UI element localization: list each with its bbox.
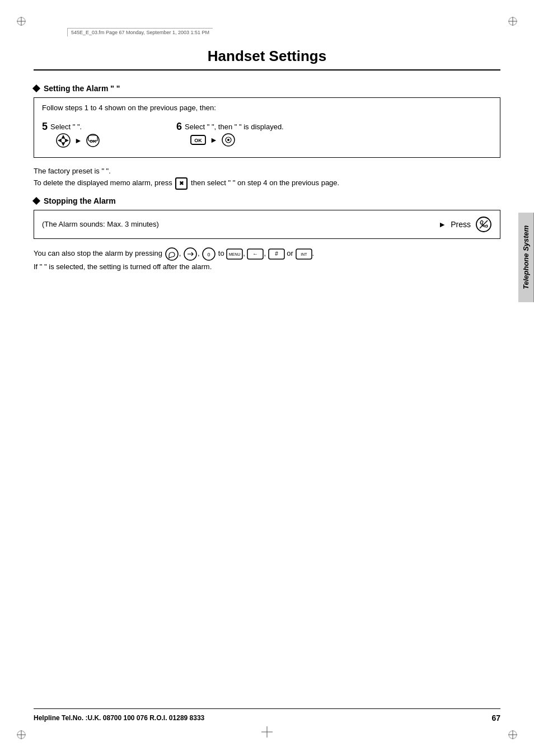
svg-text:#: #	[275, 251, 278, 257]
transfer-icon	[183, 247, 198, 261]
step5-icons: ► OK	[55, 133, 100, 148]
step6-icons: OK ►	[190, 133, 236, 147]
menu-btn-icon: MENU	[226, 248, 243, 260]
alarm-arrow: ►	[438, 220, 446, 229]
talk-icon	[165, 247, 179, 261]
factory-preset-text: The factory preset is " ". To delete the…	[34, 166, 500, 190]
step6-block: 6 Select " ", then " " is displayed. OK …	[176, 121, 288, 147]
center-bottom-mark	[261, 726, 273, 739]
svg-text:0: 0	[208, 252, 210, 257]
arrow-6: ►	[210, 135, 218, 144]
corner-mark-tr	[495, 17, 517, 39]
svg-text:←: ←	[252, 251, 258, 257]
corner-mark-tl	[17, 17, 39, 39]
int-btn-icon: INT	[296, 248, 312, 260]
step5-text: Select " ".	[50, 123, 82, 131]
footer-helpline: Helpline Tel.No. :U.K. 08700 100 076 R.O…	[34, 714, 204, 722]
svg-marker-14	[62, 143, 65, 146]
camera-circle-icon-6	[221, 133, 236, 147]
svg-point-28	[166, 248, 178, 260]
back-btn-icon: ←	[247, 248, 264, 260]
steps-row: 5 Select " ". ►	[42, 118, 492, 152]
step6-text: Select " ", then " " is displayed.	[185, 123, 284, 131]
svg-marker-13	[62, 135, 65, 138]
ok-rect-icon-6: OK	[190, 134, 207, 145]
step5-number: 5	[42, 121, 48, 133]
svg-text:MENU: MENU	[229, 252, 241, 256]
svg-point-25	[227, 139, 229, 141]
if-text: If " " is selected, the setting is turne…	[34, 262, 212, 271]
also-stop-text: You can also stop the alarm by pressing …	[34, 247, 500, 273]
step6-number: 6	[176, 121, 182, 133]
delete-btn-icon: ✖	[175, 177, 188, 190]
alarm-sounds-text: (The Alarm sounds: Max. 3 minutes)	[42, 220, 434, 228]
section1-heading: Setting the Alarm " "	[34, 84, 500, 93]
press-label: Press	[451, 220, 471, 229]
svg-point-17	[61, 138, 65, 143]
follow-steps: Follow steps 1 to 4 shown on the previou…	[42, 104, 492, 112]
sidebar-label: Telephone System	[518, 213, 534, 302]
step6-desc: 6 Select " ", then " " is displayed.	[176, 121, 284, 133]
phone-off-icon	[475, 216, 492, 233]
hash-btn-icon: #	[268, 248, 285, 260]
nav-pad-icon-5	[55, 133, 71, 148]
alarm-box: (The Alarm sounds: Max. 3 minutes) ► Pre…	[34, 210, 500, 239]
svg-text:OK: OK	[194, 138, 202, 143]
step5-desc: 5 Select " ".	[42, 121, 82, 133]
footer: Helpline Tel.No. :U.K. 08700 100 076 R.O…	[34, 708, 500, 722]
step5-block: 5 Select " ". ►	[42, 121, 154, 148]
diamond-bullet-1	[32, 84, 40, 92]
zero-btn-icon: 0	[202, 247, 216, 261]
ok-circle-icon-5: OK	[86, 133, 100, 148]
svg-text:INT: INT	[301, 252, 307, 256]
instruction-box-1: Follow steps 1 to 4 shown on the previou…	[34, 97, 500, 158]
page-container: 545E_E_03.fm Page 67 Monday, September 1…	[0, 0, 534, 756]
page-title: Handset Settings	[34, 48, 500, 71]
section2-heading: Stopping the Alarm	[34, 196, 500, 205]
file-info: 545E_E_03.fm Page 67 Monday, September 1…	[67, 28, 213, 36]
svg-marker-15	[58, 139, 61, 142]
diamond-bullet-2	[32, 197, 40, 205]
footer-page-number: 67	[491, 713, 500, 722]
arrow-5: ►	[74, 136, 82, 145]
svg-marker-16	[65, 139, 69, 142]
